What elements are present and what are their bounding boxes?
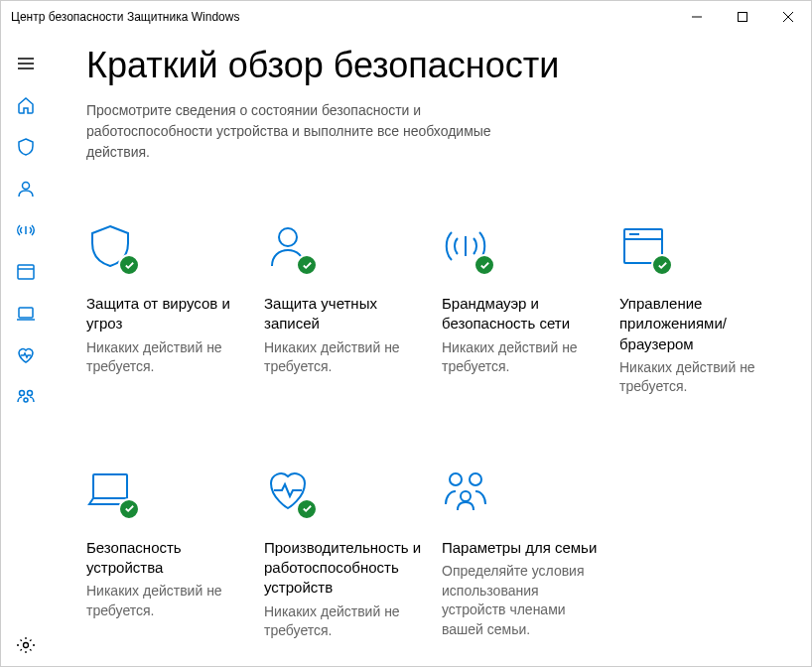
laptop-icon	[86, 467, 138, 518]
window-title: Центр безопасности Защитника Windows	[11, 10, 239, 24]
tile-title: Защита учетных записей	[264, 294, 423, 334]
window-icon	[619, 222, 671, 274]
sidebar-item-home[interactable]	[1, 84, 51, 126]
svg-point-25	[461, 491, 471, 501]
tile-title: Защита от вирусов и угроз	[86, 294, 245, 334]
svg-rect-22	[93, 474, 127, 498]
tile-virus[interactable]: Защита от вирусов и угроз Никаких действ…	[86, 222, 248, 397]
sidebar-item-settings[interactable]	[1, 624, 51, 666]
svg-point-23	[450, 473, 462, 485]
broadcast-icon	[442, 222, 493, 274]
tile-account[interactable]: Защита учетных записей Никаких действий …	[264, 222, 426, 397]
sidebar-item-appbrowser[interactable]	[1, 251, 51, 293]
status-ok-badge	[651, 254, 673, 276]
tile-status: Никаких действий не требуется.	[619, 358, 778, 397]
sidebar-item-health[interactable]	[1, 334, 51, 376]
svg-point-15	[24, 398, 28, 402]
svg-point-13	[20, 391, 25, 396]
maximize-button[interactable]	[720, 1, 765, 33]
person-icon	[264, 222, 316, 274]
status-ok-badge	[118, 498, 140, 520]
tile-title: Управление приложениями/браузером	[619, 294, 778, 354]
sidebar-item-account[interactable]	[1, 168, 51, 209]
status-ok-badge	[474, 254, 495, 276]
svg-point-17	[279, 228, 297, 246]
sidebar	[1, 33, 51, 666]
svg-point-14	[28, 391, 33, 396]
hamburger-menu-button[interactable]	[1, 43, 51, 84]
tile-title: Производительность и работоспособность у…	[264, 538, 423, 599]
family-icon	[442, 467, 493, 518]
tile-status: Определяйте условия использования устрой…	[442, 562, 601, 639]
main-content: Краткий обзор безопасности Просмотрите с…	[51, 33, 811, 666]
tile-status: Никаких действий не требуется.	[86, 582, 245, 620]
sidebar-item-virus[interactable]	[1, 126, 51, 168]
tile-status: Никаких действий не требуется.	[442, 338, 601, 377]
tile-appbrowser[interactable]: Управление приложениями/браузером Никаки…	[619, 222, 781, 397]
titlebar: Центр безопасности Защитника Windows	[1, 1, 811, 33]
tile-status: Никаких действий не требуется.	[264, 338, 423, 377]
tile-family[interactable]: Параметры для семьи Определяйте условия …	[442, 467, 604, 641]
svg-rect-1	[739, 13, 747, 22]
tile-title: Безопасность устройства	[86, 538, 245, 579]
svg-rect-11	[19, 308, 33, 318]
heart-pulse-icon	[264, 467, 316, 518]
tile-device[interactable]: Безопасность устройства Никаких действий…	[86, 467, 248, 641]
svg-point-7	[23, 183, 30, 190]
svg-point-16	[24, 643, 29, 648]
tiles-grid: Защита от вирусов и угроз Никаких действ…	[86, 222, 781, 641]
close-button[interactable]	[765, 1, 811, 33]
tile-title: Параметры для семьи	[442, 538, 601, 558]
page-subtitle: Просмотрите сведения о состоянии безопас…	[86, 100, 503, 163]
sidebar-item-family[interactable]	[1, 376, 51, 418]
tile-firewall[interactable]: Брандмауэр и безопасность сети Никаких д…	[442, 222, 604, 397]
page-title: Краткий обзор безопасности	[86, 45, 781, 86]
minimize-button[interactable]	[674, 1, 720, 33]
tile-status: Никаких действий не требуется.	[264, 602, 423, 641]
svg-point-24	[470, 473, 481, 485]
tile-health[interactable]: Производительность и работоспособность у…	[264, 467, 426, 641]
status-ok-badge	[296, 498, 318, 520]
sidebar-item-device[interactable]	[1, 293, 51, 334]
status-ok-badge	[118, 254, 140, 276]
tile-title: Брандмауэр и безопасность сети	[442, 294, 601, 334]
status-ok-badge	[296, 254, 318, 276]
svg-rect-9	[18, 265, 34, 279]
tile-status: Никаких действий не требуется.	[86, 338, 245, 377]
shield-icon	[86, 222, 138, 274]
sidebar-item-firewall[interactable]	[1, 209, 51, 251]
window-controls	[674, 1, 811, 33]
